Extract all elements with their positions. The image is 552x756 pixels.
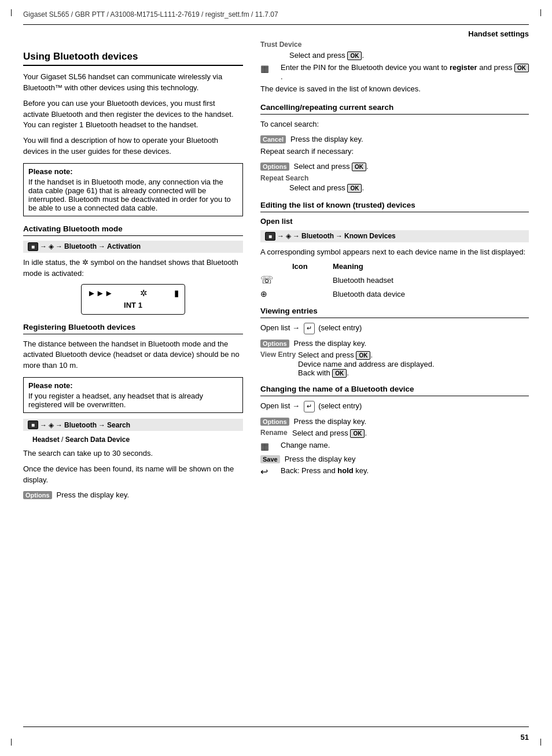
trust-device-label: Trust Device — [260, 40, 529, 49]
using-bluetooth-title: Using Bluetooth devices — [23, 51, 243, 62]
nav-activation: Activation — [107, 242, 141, 250]
cancel-text: Press the display key. — [290, 135, 363, 143]
note1-text: If the handset is in Bluetooth mode, any… — [28, 178, 238, 212]
changing-press-display: Press the display key. — [294, 417, 366, 426]
registering-para: The distance between the handset in Blue… — [23, 339, 243, 372]
top-left-corner-mark: | — [10, 8, 12, 16]
rename-change-text: Change name. — [281, 441, 330, 449]
changing-options-row: Options Press the display key. — [260, 417, 529, 426]
pin-row: ▦ Enter the PIN for the Bluetooth device… — [260, 63, 529, 81]
cancel-label: To cancel search: — [260, 119, 529, 130]
cancel-row: Cancel Press the display key. — [260, 135, 529, 143]
search-para2: Once the device has been found, its name… — [23, 464, 243, 486]
note2-text: If you register a headset, any headset t… — [28, 392, 238, 409]
repeat-label: Repeat search if necessary: — [260, 146, 529, 157]
options-key-right: Options — [260, 163, 289, 171]
open-list-heading: Open list — [260, 217, 529, 226]
nav-bluetooth: Bluetooth — [64, 242, 97, 250]
changing-open-para: Open list → ↵ (select entry) — [260, 401, 529, 412]
viewing-press-display: Press the display key. — [294, 339, 366, 348]
icon-col-header: Icon — [292, 262, 333, 271]
repeat-search-label: Repeat Search — [260, 174, 529, 182]
icon-headset-row: ☏ Bluetooth headset — [260, 274, 529, 286]
search-para1: The search can take up to 30 seconds. — [23, 448, 243, 459]
activating-para: In idle status, the ✲ symbol on the hand… — [23, 257, 243, 279]
nav-diamond: ◈ — [49, 242, 54, 250]
page-header: Gigaset SL565 / GBR PTT / A31008-M1715-L… — [0, 0, 552, 24]
open-list-nav: ■ → ◈ → Bluetooth → Known Devices — [260, 230, 529, 242]
meaning-col-header: Meaning — [333, 262, 363, 271]
save-text: Press the display key — [285, 455, 356, 463]
display-bluetooth-icon: ✲ — [140, 288, 148, 298]
using-bluetooth-underline — [23, 65, 243, 66]
handset-settings-label: Handset settings — [0, 25, 552, 40]
left-column: Using Bluetooth devices Your Gigaset SL5… — [23, 40, 243, 502]
editing-divider — [260, 212, 529, 212]
main-content: Using Bluetooth devices Your Gigaset SL5… — [0, 40, 552, 502]
open-list-para: A corresponding symbol appears next to e… — [260, 247, 529, 258]
trust-select-row: Select and press OK. — [260, 51, 529, 60]
note1-title: Please note: — [28, 167, 238, 176]
open-list-nav-square: ■ — [265, 232, 275, 241]
back-text: Back: Press and hold key. — [281, 466, 369, 475]
rename-icon-row: ▦ Change name. — [260, 441, 529, 452]
repeat-select-text: Select and press OK. — [289, 183, 364, 193]
viewing-options-key: Options — [260, 340, 289, 348]
changing-options-key: Options — [260, 418, 289, 426]
activating-nav: ■ → ◈ → Bluetooth → Activation — [23, 241, 243, 253]
options-press-row: Options Press the display key. — [23, 491, 243, 499]
save-row: Save Press the display key — [260, 455, 529, 463]
para3: You will find a description of how to op… — [23, 135, 243, 157]
editing-heading: Editing the list of known (trusted) devi… — [260, 201, 529, 209]
view-entry-text: Select and press OK. Device name and add… — [298, 351, 435, 378]
press-display-key-text: Press the display key. — [57, 491, 129, 499]
header-text: Gigaset SL565 / GBR PTT / A31008-M1715-L… — [23, 10, 278, 19]
nav-square-icon: ■ — [28, 242, 38, 251]
pin-icon: ▦ — [260, 63, 281, 74]
note2-title: Please note: — [28, 381, 238, 390]
changing-divider — [260, 396, 529, 396]
bottom-right-corner-mark: | — [540, 737, 542, 746]
icon-table: Icon Meaning ☏ Bluetooth headset ⊕ Bluet… — [260, 262, 529, 298]
view-entry-row: View Entry Select and press OK. Device n… — [260, 351, 529, 378]
options-select-row: Options Select and press OK. — [260, 162, 529, 171]
page-number: 51 — [521, 733, 529, 742]
save-key: Save — [260, 455, 280, 463]
rename-text: Select and press OK. — [292, 429, 367, 438]
headset-meaning: Bluetooth headset — [333, 276, 393, 285]
search-nav-line2: Headset / Search Data Device — [23, 436, 243, 444]
cancel-key: Cancel — [260, 135, 286, 143]
note-box-1: Please note: If the handset is in Blueto… — [23, 163, 243, 216]
repeat-select-row: Select and press OK. — [260, 183, 529, 193]
changing-select-icon: ↵ — [304, 401, 315, 412]
cancelling-heading: Cancelling/repeating current search — [260, 103, 529, 112]
options-select-text: Select and press OK. — [294, 162, 369, 171]
viewing-options-row: Options Press the display key. — [260, 339, 529, 348]
viewing-open-para: Open list → ↵ (select entry) — [260, 323, 529, 334]
para2: Before you can use your Bluetooth device… — [23, 98, 243, 131]
page: | | | | Gigaset SL565 / GBR PTT / A31008… — [0, 0, 552, 756]
display-signal-icon: ►►► — [87, 288, 113, 298]
right-column: Trust Device Select and press OK. ▦ Ente… — [260, 40, 529, 502]
footer-divider — [23, 727, 529, 727]
rename-keyboard-icon: ▦ — [260, 441, 281, 452]
display-int-label: INT 1 — [87, 301, 179, 309]
registering-divider — [23, 334, 243, 334]
known-devices-para: The device is saved in the list of known… — [260, 84, 529, 95]
pin-text: Enter the PIN for the Bluetooth device y… — [281, 63, 529, 81]
viewing-heading: Viewing entries — [260, 307, 529, 315]
icon-data-row: ⊕ Bluetooth data device — [260, 289, 529, 298]
search-nav: ■ → ◈ → Bluetooth → Search — [23, 419, 243, 431]
rename-ok: OK — [350, 429, 365, 438]
activating-heading: Activating Bluetooth mode — [23, 224, 243, 233]
data-device-meaning: Bluetooth data device — [333, 290, 405, 298]
viewing-divider — [260, 318, 529, 318]
rename-row: Rename Select and press OK. — [260, 429, 529, 438]
changing-heading: Changing the name of a Bluetooth device — [260, 385, 529, 393]
view-entry-ok: OK — [356, 351, 370, 360]
pin-ok-key: OK — [514, 64, 529, 72]
back-row: ↩ Back: Press and hold key. — [260, 466, 529, 477]
options-ok-key: OK — [352, 163, 366, 171]
trust-device-section: Trust Device Select and press OK. ▦ Ente… — [260, 40, 529, 95]
trust-ok-key: OK — [347, 51, 362, 60]
